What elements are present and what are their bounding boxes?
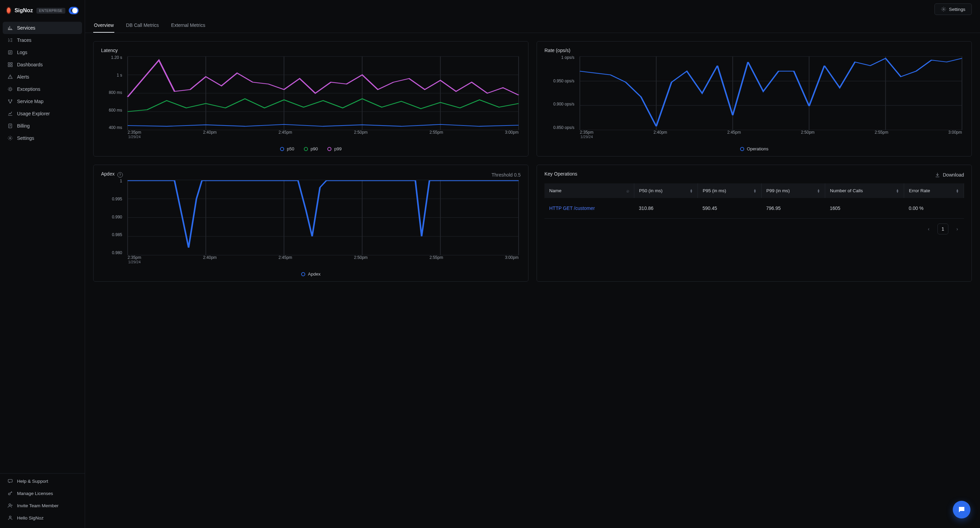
chat-fab[interactable] [953,501,970,518]
cell-calls: 1605 [825,198,904,219]
sidebar-item-traces[interactable]: Traces [3,34,82,46]
series-operations [580,58,962,126]
col-name[interactable]: Name⌕ [544,183,634,198]
x-tick: 2:35pm1/29/24 [127,255,141,269]
y-tick: 0.995 [101,197,122,201]
sidebar-item-label: Alerts [17,74,29,80]
x-tick: 2:55pm [875,130,888,143]
rate-chart[interactable]: 1 ops/s 0.950 ops/s 0.900 ops/s 0.850 op… [544,55,964,143]
svg-rect-1 [8,63,10,64]
y-tick: 1 [101,179,122,183]
svg-point-12 [8,493,10,495]
swatch-icon [301,272,305,276]
chat-icon [958,506,966,514]
sidebar-item-hello[interactable]: Hello SigNoz [3,512,82,524]
sidebar-item-usage-explorer[interactable]: Usage Explorer [3,108,82,120]
nav: Services Traces Logs Dashboards Alerts E… [0,21,85,473]
sidebar-item-label: Manage Licenses [17,491,53,496]
tabs: Overview DB Call Metrics External Metric… [85,15,980,33]
latency-card: Latency 1.20 s 1 s 800 ms 600 ms 400 ms [93,41,528,156]
svg-point-14 [9,516,11,518]
sidebar-item-exceptions[interactable]: Exceptions [3,83,82,95]
sidebar-item-alerts[interactable]: Alerts [3,71,82,83]
col-p99[interactable]: P99 (in ms)▲▼ [761,183,825,198]
sidebar-item-label: Exceptions [17,86,40,92]
x-tick: 2:50pm [801,130,815,143]
sidebar-item-dashboards[interactable]: Dashboards [3,59,82,71]
svg-rect-4 [11,65,12,67]
table-row: HTTP GET /customer 310.86 590.45 796.95 … [544,198,964,219]
legend-item-p99[interactable]: p99 [327,146,342,151]
col-error-rate[interactable]: Error Rate▲▼ [904,183,964,198]
pager-prev[interactable]: ‹ [923,224,934,234]
y-tick: 0.980 [101,250,122,255]
pager-page[interactable]: 1 [937,224,948,234]
sidebar-item-help[interactable]: Help & Support [3,475,82,487]
x-axis: 2:35pm1/29/24 2:40pm 2:45pm 2:50pm 2:55p… [580,130,962,143]
operation-link[interactable]: HTTP GET /customer [544,198,634,219]
tier-badge: ENTERPRISE [37,8,65,14]
sidebar-item-services[interactable]: Services [3,22,82,34]
grid-icon [8,62,13,67]
plot-area [127,56,519,130]
x-tick: 2:50pm [354,130,368,143]
x-axis: 2:35pm1/29/24 2:40pm 2:45pm 2:50pm 2:55p… [127,255,519,269]
y-tick: 0.850 ops/s [544,125,574,130]
legend-item-p50[interactable]: p50 [280,146,294,151]
sort-icon: ▲▼ [817,189,820,193]
x-tick: 2:45pm [727,130,741,143]
svg-point-8 [10,102,11,103]
sidebar-item-label: Dashboards [17,62,43,67]
latency-chart[interactable]: 1.20 s 1 s 800 ms 600 ms 400 ms [101,55,520,143]
tab-db-call-metrics[interactable]: DB Call Metrics [125,18,159,33]
apdex-card: Apdex ? Threshold 0.5 1 0.995 0.990 0.98… [93,165,528,282]
cell-p95: 590.45 [698,198,762,219]
sidebar-item-label: Usage Explorer [17,111,50,116]
apdex-chart[interactable]: 1 0.995 0.990 0.985 0.980 [101,179,520,269]
x-tick: 2:40pm [654,130,667,143]
sort-icon: ▲▼ [956,189,959,193]
traces-icon [8,37,13,43]
legend-item-p90[interactable]: p90 [304,146,318,151]
download-label: Download [943,172,964,178]
main: Settings Overview DB Call Metrics Extern… [85,0,980,528]
svg-rect-2 [11,63,12,64]
series-p90 [127,99,519,111]
download-button[interactable]: Download [935,172,964,178]
key-ops-table: Name⌕ P50 (in ms)▲▼ P95 (in ms)▲▼ P99 (i… [544,183,964,219]
sidebar-item-label: Service Map [17,99,43,104]
x-tick: 2:40pm [203,255,217,269]
legend-item-apdex[interactable]: Apdex [301,272,321,277]
x-tick: 2:35pm1/29/24 [127,130,141,143]
col-p95[interactable]: P95 (in ms)▲▼ [698,183,762,198]
plot-area [580,56,962,130]
search-icon[interactable]: ⌕ [627,188,629,193]
gear-icon [941,6,946,12]
settings-button[interactable]: Settings [934,3,972,15]
receipt-icon [8,123,13,129]
legend-item-operations[interactable]: Operations [740,146,769,151]
svg-rect-11 [8,479,12,482]
col-p50[interactable]: P50 (in ms)▲▼ [634,183,698,198]
plot-area [127,180,519,255]
pagination: ‹ 1 › [544,219,964,236]
pager-next[interactable]: › [952,224,963,234]
theme-toggle[interactable] [69,7,79,14]
x-tick: 2:35pm1/29/24 [580,130,593,143]
sidebar-item-logs[interactable]: Logs [3,46,82,59]
card-title: Apdex [101,171,115,177]
tab-overview[interactable]: Overview [93,18,115,33]
sidebar-footer: Help & Support Manage Licenses Invite Te… [0,473,85,524]
sidebar-item-service-map[interactable]: Service Map [3,95,82,108]
sidebar-item-settings[interactable]: Settings [3,132,82,144]
tab-external-metrics[interactable]: External Metrics [170,18,206,33]
legend: p50 p90 p99 [101,143,520,152]
sidebar-item-invite[interactable]: Invite Team Member [3,499,82,512]
x-tick: 2:45pm [279,255,292,269]
sidebar-item-licenses[interactable]: Manage Licenses [3,487,82,499]
col-calls[interactable]: Number of Calls▲▼ [825,183,904,198]
sidebar-item-billing[interactable]: Billing [3,120,82,132]
y-tick: 1 s [101,73,122,78]
info-icon[interactable]: ? [118,172,123,178]
sidebar-item-label: Services [17,25,35,30]
